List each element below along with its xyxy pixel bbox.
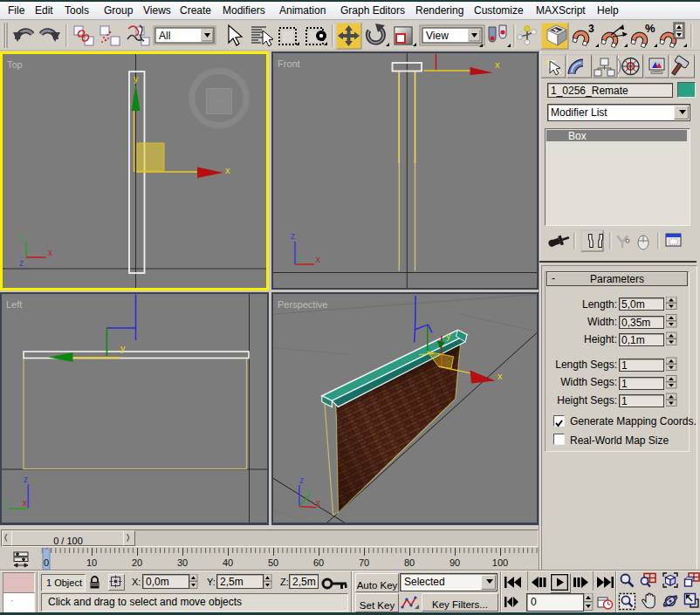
svg-text:50: 50 [268, 557, 278, 568]
svg-text:y: y [3, 496, 8, 506]
svg-text:20: 20 [132, 557, 142, 568]
svg-text:x: x [225, 165, 230, 175]
svg-text:z: z [291, 231, 295, 241]
svg-text:y: y [446, 331, 451, 341]
svg-text:10: 10 [86, 557, 97, 568]
svg-text:z: z [299, 475, 304, 485]
svg-text:z: z [24, 475, 28, 484]
svg-text:All: All [159, 30, 170, 42]
svg-text:60: 60 [313, 557, 324, 568]
svg-text:x: x [495, 59, 500, 70]
svg-text:%: % [645, 22, 655, 35]
svg-text:x: x [48, 248, 52, 257]
svg-text:90: 90 [450, 557, 460, 568]
svg-text:100: 100 [492, 557, 508, 568]
svg-text:y: y [134, 73, 139, 84]
svg-text:x: x [316, 255, 320, 264]
svg-text:3: 3 [588, 23, 594, 35]
svg-text:30: 30 [177, 557, 188, 568]
svg-text:Left: Left [6, 299, 22, 310]
svg-text:Top: Top [7, 59, 23, 70]
svg-text:View: View [426, 30, 449, 42]
svg-text:y: y [306, 486, 311, 495]
svg-text:y: y [20, 232, 24, 242]
svg-text:Perspective: Perspective [278, 299, 327, 310]
svg-text:x: x [23, 498, 27, 508]
svg-text:y: y [298, 253, 302, 263]
svg-text:Front: Front [278, 58, 300, 69]
svg-text:80: 80 [404, 557, 415, 568]
svg-text:40: 40 [223, 557, 233, 568]
svg-text:y: y [120, 343, 126, 353]
svg-text:0: 0 [44, 557, 49, 568]
svg-text:70: 70 [359, 557, 369, 568]
svg-text:x: x [498, 371, 503, 381]
svg-text:x: x [316, 498, 320, 508]
svg-text:z: z [19, 258, 24, 268]
svg-text:TOP: TOP [212, 98, 226, 106]
